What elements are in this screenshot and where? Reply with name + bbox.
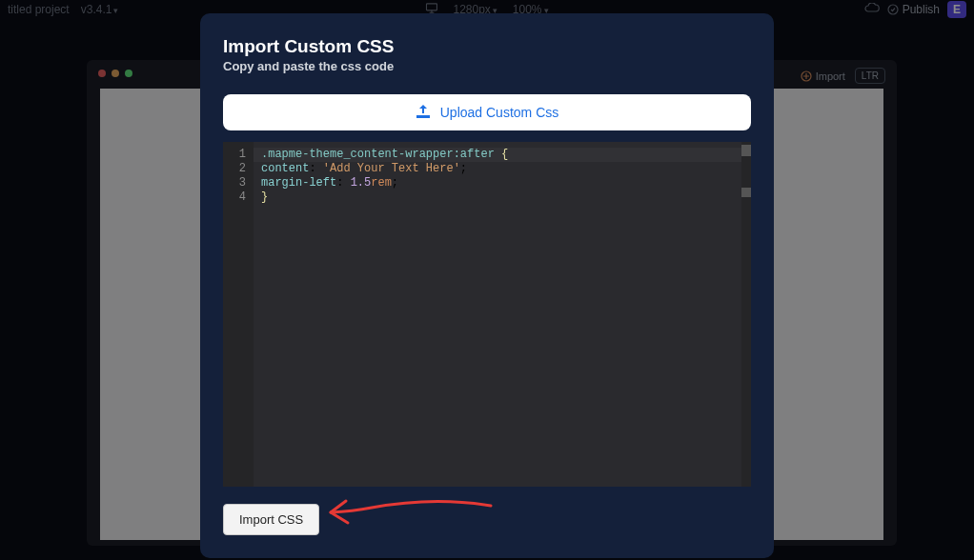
modal-title: Import Custom CSS — [223, 36, 751, 57]
line-gutter: 1 2 3 4 — [223, 142, 254, 487]
editor-scrollbar[interactable] — [741, 142, 751, 487]
code-area[interactable]: .mapme-theme_content-wrapper:after { con… — [254, 142, 751, 487]
upload-label: Upload Custom Css — [440, 105, 559, 120]
css-code-editor[interactable]: 1 2 3 4 .mapme-theme_content-wrapper:aft… — [223, 142, 751, 487]
svg-rect-5 — [416, 115, 430, 118]
import-css-modal: Import Custom CSS Copy and paste the css… — [200, 13, 774, 558]
modal-subtitle: Copy and paste the css code — [223, 59, 751, 73]
import-css-button[interactable]: Import CSS — [223, 504, 319, 535]
upload-css-button[interactable]: Upload Custom Css — [223, 94, 751, 130]
upload-icon — [416, 105, 431, 121]
